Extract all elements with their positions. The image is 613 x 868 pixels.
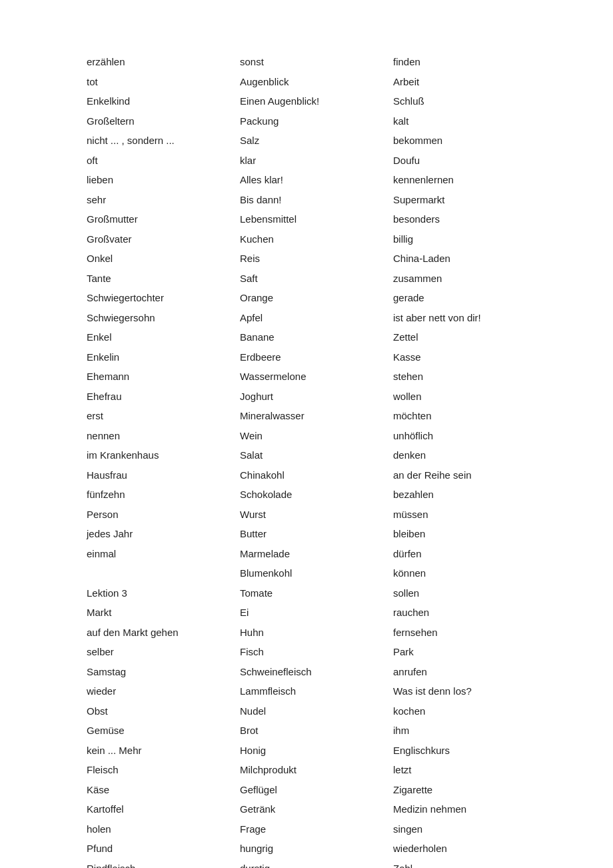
- list-item: Enkelin: [87, 349, 233, 366]
- list-item: bezahlen: [393, 486, 580, 503]
- list-item: Käse: [87, 781, 233, 799]
- list-item: durstig: [240, 860, 386, 869]
- list-item: bleiben: [393, 525, 580, 543]
- list-item: wollen: [393, 388, 580, 405]
- list-item: Fleisch: [87, 761, 233, 779]
- list-item: Saft: [240, 270, 386, 287]
- list-item: Obst: [87, 703, 233, 720]
- list-item: möchten: [393, 407, 580, 425]
- list-item: Schwiegertochter: [87, 289, 233, 307]
- list-item: Ei: [240, 604, 386, 621]
- list-item: Wassermelone: [240, 368, 386, 385]
- list-item: billig: [393, 231, 580, 248]
- list-item: Banane: [240, 329, 386, 346]
- list-item: nicht ... , sondern ...: [87, 132, 233, 149]
- list-item: sehr: [87, 191, 233, 209]
- list-item: holen: [87, 821, 233, 838]
- list-item: selber: [87, 643, 233, 661]
- list-item: Geflügel: [240, 781, 386, 799]
- list-item: Person: [87, 506, 233, 523]
- list-item: Alles klar!: [240, 171, 386, 189]
- list-item: erzählen: [87, 53, 233, 71]
- list-item: Erdbeere: [240, 349, 386, 366]
- list-item: gerade: [393, 289, 580, 307]
- list-item: Milchprodukt: [240, 761, 386, 779]
- list-item: Brot: [240, 722, 386, 739]
- list-item: kochen: [393, 703, 580, 720]
- list-item: Butter: [240, 525, 386, 543]
- list-item: Schweinefleisch: [240, 663, 386, 681]
- list-item: [87, 565, 233, 582]
- list-item: Medizin nehmen: [393, 801, 580, 818]
- list-item: Kuchen: [240, 231, 386, 248]
- list-item: unhöflich: [393, 427, 580, 445]
- list-item: Schluß: [393, 93, 580, 110]
- list-item: Salat: [240, 447, 386, 464]
- list-item: besonders: [393, 211, 580, 228]
- list-item: ist aber nett von dir!: [393, 309, 580, 327]
- list-item: finden: [393, 53, 580, 71]
- list-item: China-Laden: [393, 250, 580, 267]
- list-item: Huhn: [240, 624, 386, 641]
- list-item: Fisch: [240, 643, 386, 661]
- list-item: Orange: [240, 289, 386, 307]
- list-item: erst: [87, 407, 233, 425]
- list-item: oft: [87, 152, 233, 169]
- list-item: Gemüse: [87, 722, 233, 739]
- word-grid: erzählensonstfindentotAugenblickArbeitEn…: [87, 53, 533, 868]
- list-item: Doufu: [393, 152, 580, 169]
- list-item: Einen Augenblick!: [240, 93, 386, 110]
- list-item: Zigarette: [393, 781, 580, 799]
- list-item: Tomate: [240, 585, 386, 602]
- list-item: nennen: [87, 427, 233, 445]
- list-item: zusammen: [393, 270, 580, 287]
- list-item: Bis dann!: [240, 191, 386, 209]
- list-item: sonst: [240, 53, 386, 71]
- list-item: ihm: [393, 722, 580, 739]
- list-item: kalt: [393, 113, 580, 130]
- list-item: müssen: [393, 506, 580, 523]
- list-item: Ehemann: [87, 368, 233, 385]
- list-item: Pfund: [87, 840, 233, 857]
- list-item: Apfel: [240, 309, 386, 327]
- list-item: Getränk: [240, 801, 386, 818]
- list-item: stehen: [393, 368, 580, 385]
- list-item: anrufen: [393, 663, 580, 681]
- list-item: Rindfleisch: [87, 860, 233, 869]
- list-item: hungrig: [240, 840, 386, 857]
- list-item: klar: [240, 152, 386, 169]
- list-item: Enkel: [87, 329, 233, 346]
- list-item: Park: [393, 643, 580, 661]
- list-item: Augenblick: [240, 73, 386, 91]
- list-item: denken: [393, 447, 580, 464]
- list-item: rauchen: [393, 604, 580, 621]
- list-item: Mineralwasser: [240, 407, 386, 425]
- list-item: auf den Markt gehen: [87, 624, 233, 641]
- list-item: jedes Jahr: [87, 525, 233, 543]
- list-item: Markt: [87, 604, 233, 621]
- list-item: wieder: [87, 683, 233, 700]
- list-item: Blumenkohl: [240, 565, 386, 582]
- list-item: tot: [87, 73, 233, 91]
- list-item: Kartoffel: [87, 801, 233, 818]
- list-item: Großmutter: [87, 211, 233, 228]
- list-item: letzt: [393, 761, 580, 779]
- list-item: Kasse: [393, 349, 580, 366]
- list-item: Lebensmittel: [240, 211, 386, 228]
- list-item: Wurst: [240, 506, 386, 523]
- list-item: Englischkurs: [393, 742, 580, 759]
- list-item: Salz: [240, 132, 386, 149]
- list-item: im Krankenhaus: [87, 447, 233, 464]
- list-item: kein ... Mehr: [87, 742, 233, 759]
- list-item: Schokolade: [240, 486, 386, 503]
- list-item: sollen: [393, 585, 580, 602]
- list-item: Reis: [240, 250, 386, 267]
- list-item: Frage: [240, 821, 386, 838]
- list-item: Chinakohl: [240, 467, 386, 484]
- list-item: Zahl: [393, 860, 580, 869]
- list-item: Wein: [240, 427, 386, 445]
- list-item: Marmelade: [240, 545, 386, 563]
- list-item: können: [393, 565, 580, 582]
- list-item: Schwiegersohn: [87, 309, 233, 327]
- list-item: Lammfleisch: [240, 683, 386, 700]
